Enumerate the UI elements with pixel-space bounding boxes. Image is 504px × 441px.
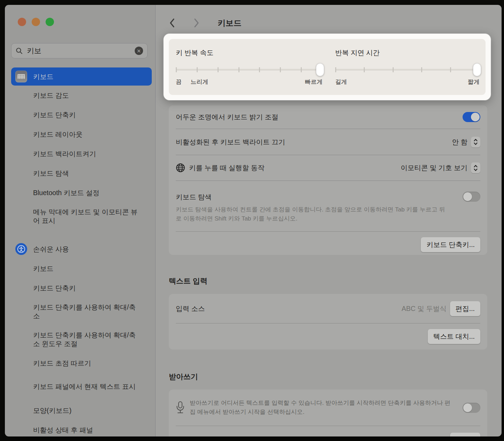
row-label: 비활성화된 후 키보드 백라이트 끄기 <box>176 137 452 147</box>
sidebar-item-keyboard-backlight[interactable]: 키보드 백라이트켜기 <box>11 144 152 163</box>
search-field[interactable]: ✕ <box>11 43 148 58</box>
key-repeat-slider-group: 키 반복 속도 끔 느리게 빠르게 <box>176 39 323 95</box>
repeat-delay-slider-group: 반복 지연 시간 길게 짧게 <box>335 39 480 95</box>
sidebar-item-follow-focus[interactable]: 키보드 초점 따르기 <box>11 353 152 373</box>
row-shortcuts-button: 키보드 단축키... <box>169 232 487 255</box>
close-button[interactable] <box>18 18 26 26</box>
label-fast: 빠르게 <box>305 78 323 86</box>
desktop-wallpaper: ✕ 키보드 키보드 감도 키보드 단축키 키보드 레이아웃 키보드 백라이트켜기… <box>0 0 504 441</box>
section-title-dictation: 받아쓰기 <box>169 372 198 382</box>
text-replacements-button[interactable]: 텍스트 대치... <box>428 329 480 344</box>
row-dictation: 받아쓰기로 어디서든 텍스트를 입력할 수 있습니다. 받아쓰기를 시작하려면 … <box>169 390 487 426</box>
row-label: 언어 <box>176 435 394 437</box>
row-input-sources: 입력 소스 ABC 및 두벌식 편집... <box>169 294 487 323</box>
forward-button[interactable] <box>190 17 202 29</box>
input-sources-value: ABC 및 두벌식 <box>402 304 447 313</box>
key-repeat-slider-thumb[interactable] <box>316 63 324 76</box>
sidebar: ✕ 키보드 키보드 감도 키보드 단축키 키보드 레이아웃 키보드 백라이트켜기… <box>5 5 156 436</box>
row-keyboard-navigation: 키보드 탐색 <box>169 181 487 202</box>
up-down-chevrons-icon <box>473 138 478 145</box>
chevron-right-icon <box>194 18 199 27</box>
repeat-delay-title: 반복 지연 시간 <box>335 48 380 57</box>
minimize-button[interactable] <box>32 18 40 26</box>
sidebar-item-zoom-shortcuts[interactable]: 키보드 단축키를 사용하여 확대/축소 <box>11 298 152 326</box>
microphone-icon <box>176 401 185 414</box>
sidebar-item-a11y-shortcuts[interactable]: 키보드 단축키 <box>11 278 152 298</box>
search-input[interactable] <box>26 46 131 55</box>
brightness-toggle[interactable] <box>463 112 480 122</box>
row-label: 입력 소스 <box>176 304 402 313</box>
sidebar-nav: 키보드 키보드 감도 키보드 단축키 키보드 레이아웃 키보드 백라이트켜기 키… <box>11 67 152 436</box>
dictation-description: 받아쓰기로 어디서든 텍스트를 입력할 수 있습니다. 받아쓰기를 시작하려면 … <box>190 399 458 417</box>
dropdown-value: 안 함 <box>452 137 467 147</box>
chevron-left-icon <box>170 18 175 27</box>
text-input-group: 입력 소스 ABC 및 두벌식 편집... 텍스트 대치... <box>169 294 487 350</box>
key-repeat-title: 키 반복 속도 <box>176 48 213 57</box>
label-slow: 느리게 <box>190 78 208 86</box>
main-header: 키보드 <box>166 15 242 31</box>
edit-input-sources-button[interactable]: 편집... <box>450 301 480 316</box>
keyboard-navigation-toggle[interactable] <box>463 192 480 202</box>
back-button[interactable] <box>166 17 178 29</box>
sidebar-item-accessibility[interactable]: 손쉬운 사용 <box>11 239 152 259</box>
sidebar-item-keyboard-shortcuts[interactable]: 키보드 단축키 <box>11 105 152 125</box>
sidebar-item-appearance-keyboard[interactable]: 모양(키보드) <box>11 401 152 420</box>
row-globe-key: 키를 누를 때 실행할 동작 이모티콘 및 기호 보기 <box>169 155 487 181</box>
row-label: 키를 누를 때 실행할 동작 <box>189 163 401 173</box>
traffic-lights <box>18 18 54 26</box>
sidebar-item-menubar-viewer[interactable]: 메뉴 막대에 키보드 및 이모티콘 뷰어 표시 <box>11 202 152 230</box>
label-off: 끔 <box>176 78 182 86</box>
repeat-settings-card: 키 반복 속도 끔 느리게 빠르게 반복 지연 <box>169 39 486 95</box>
dictation-toggle[interactable] <box>463 403 480 413</box>
row-label: 어두운 조명에서 키보드 밝기 조절 <box>176 112 463 122</box>
globe-key-dropdown[interactable] <box>471 162 480 173</box>
label-long: 길게 <box>335 78 347 86</box>
system-settings-window: ✕ 키보드 키보드 감도 키보드 단축키 키보드 레이아웃 키보드 백라이트켜기… <box>5 5 502 436</box>
zoom-button[interactable] <box>46 18 54 26</box>
label-short: 짧게 <box>468 78 480 86</box>
row-brightness-low-light: 어두운 조명에서 키보드 밝기 조절 <box>169 105 487 129</box>
key-repeat-slider[interactable] <box>176 69 323 71</box>
sidebar-item-inactive-panel[interactable]: 비활성 상태 후 패널 <box>11 420 152 436</box>
page-title: 키보드 <box>218 18 242 29</box>
search-icon <box>16 47 23 54</box>
sidebar-item-panel-text[interactable]: 키보드 패널에서 현재 텍스트 표시 <box>11 373 152 401</box>
sidebar-item-keyboard-navigation[interactable]: 키보드 탐색 <box>11 163 152 183</box>
keyboard-app-icon <box>15 71 27 82</box>
sidebar-item-keyboard[interactable]: 키보드 <box>11 67 152 86</box>
keyboard-settings-group: 어두운 조명에서 키보드 밝기 조절 비활성화된 후 키보드 백라이트 끄기 안… <box>169 105 487 255</box>
accessibility-icon <box>15 243 27 255</box>
section-title-text-input: 텍스트 입력 <box>169 276 207 286</box>
repeat-delay-slider[interactable] <box>335 69 480 71</box>
backlight-off-dropdown[interactable] <box>471 137 480 147</box>
sidebar-item-label: 키보드 <box>33 72 54 81</box>
sidebar-item-keyboard-layouts[interactable]: 키보드 레이아웃 <box>11 125 152 144</box>
sidebar-item-a11y-keyboard[interactable]: 키보드 <box>11 259 152 278</box>
row-text-replacements: 텍스트 대치... <box>169 323 487 349</box>
row-dictation-language: 언어 한국어(대한민국) 편집... <box>169 426 487 436</box>
up-down-chevrons-icon <box>473 165 478 171</box>
sidebar-item-bluetooth-keyboard[interactable]: Bluetooth 키보드 설정 <box>11 183 152 202</box>
sidebar-item-zoom-window[interactable]: 키보드 단축키를 사용하여 확대/축소 윈도우 조절 <box>11 326 152 353</box>
row-backlight-off: 비활성화된 후 키보드 백라이트 끄기 안 함 <box>169 129 487 155</box>
repeat-delay-slider-thumb[interactable] <box>473 63 481 76</box>
sidebar-item-keyboard-sensitivity[interactable]: 키보드 감도 <box>11 86 152 105</box>
dictation-group: 받아쓰기로 어디서든 텍스트를 입력할 수 있습니다. 받아쓰기를 시작하려면 … <box>169 390 487 436</box>
globe-icon <box>176 163 185 173</box>
edit-language-button[interactable]: 편집... <box>450 433 480 437</box>
language-value: 한국어(대한민국) <box>394 435 447 437</box>
keyboard-shortcuts-button[interactable]: 키보드 단축키... <box>421 237 480 252</box>
clear-search-icon[interactable]: ✕ <box>135 47 143 55</box>
row-label: 키보드 탐색 <box>176 192 463 202</box>
dropdown-value: 이모티콘 및 기호 보기 <box>401 163 467 173</box>
spotlight-highlight: 키 반복 속도 끔 느리게 빠르게 반복 지연 <box>164 34 491 100</box>
keyboard-navigation-description: 키보드 탐색을 사용하여 컨트롤 간에 초점을 이동합니다. 초점을 앞으로 이… <box>169 202 487 224</box>
